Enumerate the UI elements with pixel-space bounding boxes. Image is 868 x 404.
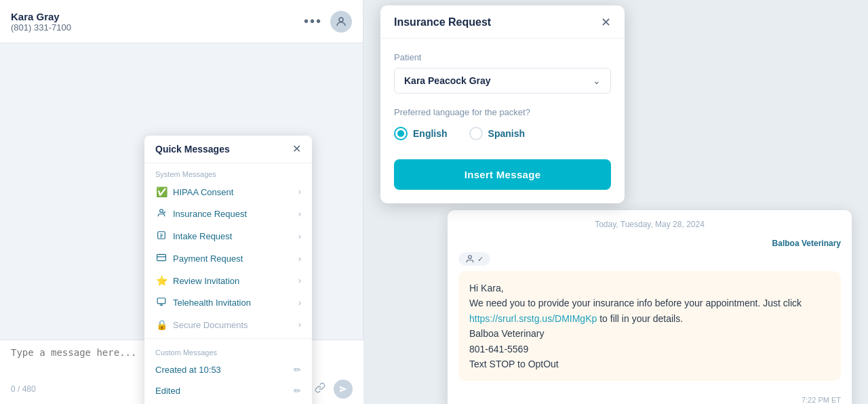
patient-select-dropdown[interactable]: Kara Peacock Gray ⌄ [394, 68, 611, 94]
modal-close-button[interactable]: ✕ [601, 16, 611, 28]
message-date: Today, Tuesday, May 28, 2024 [448, 210, 852, 239]
send-button[interactable] [334, 380, 353, 399]
review-invitation-label: Review Invitation [173, 276, 239, 286]
message-bubble-row: Balboa Veterinary ✓ Hi Kara, We need you… [448, 239, 852, 392]
qm-header: Quick Messages ✕ [144, 136, 312, 163]
verified-badge: ✓ [458, 252, 490, 266]
chevron-right-icon: › [298, 254, 301, 264]
quick-messages-panel: Quick Messages ✕ System Messages ✅ HIPAA… [144, 136, 312, 404]
link-button[interactable] [313, 381, 327, 397]
qm-item-left: ✅ HIPAA Consent [155, 186, 233, 197]
english-label: English [413, 128, 448, 139]
sender-name: Balboa Veterinary [772, 239, 841, 248]
verified-check: ✓ [477, 255, 484, 264]
insurance-icon [155, 208, 167, 220]
custom-messages-label: Custom Messages [144, 342, 312, 359]
qm-item-left: Intake Request [155, 230, 232, 242]
list-item[interactable]: ✅ HIPAA Consent › [144, 181, 312, 203]
hipaa-icon: ✅ [155, 186, 167, 197]
list-item[interactable]: Insurance Request › [144, 203, 312, 225]
list-item[interactable]: Created at 10:53 ✏ [144, 359, 312, 380]
edit-icon[interactable]: ✏ [294, 386, 301, 396]
message-optout: Text STOP to OptOut [469, 359, 559, 369]
system-messages-label: System Messages [144, 163, 312, 181]
list-item[interactable]: Payment Request › [144, 247, 312, 270]
list-item: 🔒 Secure Documents › [144, 314, 312, 336]
review-icon: ⭐ [155, 275, 167, 286]
radio-inner-english [397, 130, 404, 137]
radio-circle-spanish [469, 127, 483, 140]
message-body: We need you to provide your insurance in… [469, 298, 802, 323]
message-meta-row: ✓ [458, 252, 841, 266]
intake-request-label: Intake Request [173, 231, 232, 241]
svg-point-11 [469, 256, 472, 259]
modal-header: Insurance Request ✕ [380, 5, 625, 39]
patient-select-name: Kara Peacock Gray [404, 75, 491, 86]
insurance-modal: Insurance Request ✕ Patient Kara Peacock… [380, 5, 625, 203]
contact-name: Kara Gray [11, 11, 71, 22]
insert-message-button[interactable]: Insert Message [394, 159, 611, 190]
secure-icon: 🔒 [155, 319, 167, 330]
modal-body: Patient Kara Peacock Gray ⌄ Preferred la… [380, 39, 625, 203]
edit-icon[interactable]: ✏ [294, 365, 301, 375]
svg-rect-6 [157, 254, 166, 260]
spanish-radio[interactable]: Spanish [469, 127, 525, 140]
list-item[interactable]: ⭐ Review Invitation › [144, 270, 312, 291]
contact-phone: (801) 331-7100 [11, 22, 71, 33]
avatar [330, 11, 352, 33]
qm-item-left: 🔒 Secure Documents [155, 319, 248, 330]
quick-messages-title: Quick Messages [155, 144, 230, 155]
message-greeting: Hi Kara, [469, 283, 504, 294]
list-item[interactable]: Telehealth Invitation › [144, 291, 312, 314]
language-label: Preferred language for the packet? [394, 107, 611, 117]
insurance-request-label: Insurance Request [173, 209, 247, 219]
secure-documents-label: Secure Documents [173, 320, 248, 330]
divider [144, 338, 312, 339]
message-org: Balboa Veterinary [469, 328, 545, 339]
message-phone: 801-641-5569 [469, 344, 528, 355]
intake-icon [155, 230, 167, 242]
chevron-right-icon: › [298, 232, 301, 241]
char-count: 0 / 480 [11, 384, 36, 394]
patient-label: Patient [394, 52, 611, 62]
hipaa-consent-label: HIPAA Consent [173, 187, 233, 197]
svg-rect-8 [157, 298, 165, 304]
message-link[interactable]: https://srurl.srstg.us/DMIMgKp [469, 313, 597, 324]
chevron-down-icon: ⌄ [593, 75, 601, 86]
chevron-right-icon: › [298, 276, 301, 285]
payment-icon [155, 253, 167, 264]
chevron-right-icon: › [298, 187, 301, 197]
list-item[interactable]: Edited ✏ [144, 380, 312, 401]
payment-request-label: Payment Request [173, 254, 243, 264]
chat-header: Kara Gray (801) 331-7100 ••• [0, 0, 363, 43]
edited-label: Edited [155, 386, 180, 396]
modal-title: Insurance Request [394, 16, 491, 28]
more-options-button[interactable]: ••• [304, 14, 322, 29]
chat-header-actions: ••• [304, 11, 352, 33]
message-bubble: Hi Kara, We need you to provide your ins… [458, 271, 841, 381]
language-options: English Spanish [394, 127, 611, 140]
list-item[interactable]: Intake Request › [144, 225, 312, 247]
quick-messages-close-button[interactable]: ✕ [292, 144, 301, 155]
radio-circle-english [394, 127, 408, 140]
svg-point-0 [339, 18, 343, 22]
qm-item-left: Payment Request [155, 253, 243, 264]
chevron-right-icon: › [298, 298, 301, 308]
telehealth-icon [155, 297, 167, 308]
chevron-right-icon: › [298, 209, 301, 219]
qm-item-left: Insurance Request [155, 208, 247, 220]
message-time: 7:22 PM ET [448, 392, 852, 404]
list-item[interactable]: Telehealth ✏ [144, 401, 312, 404]
spanish-label: Spanish [488, 128, 525, 139]
qm-item-left: ⭐ Review Invitation [155, 275, 239, 286]
english-radio[interactable]: English [394, 127, 448, 140]
chat-header-info: Kara Gray (801) 331-7100 [11, 11, 71, 33]
message-panel: Today, Tuesday, May 28, 2024 Balboa Vete… [448, 210, 852, 404]
created-label: Created at 10:53 [155, 365, 221, 375]
svg-point-4 [160, 209, 163, 213]
telehealth-invitation-label: Telehealth Invitation [173, 298, 251, 308]
message-sender-row: Balboa Veterinary [458, 239, 841, 248]
chevron-right-icon: › [298, 320, 301, 329]
qm-item-left: Telehealth Invitation [155, 297, 251, 308]
